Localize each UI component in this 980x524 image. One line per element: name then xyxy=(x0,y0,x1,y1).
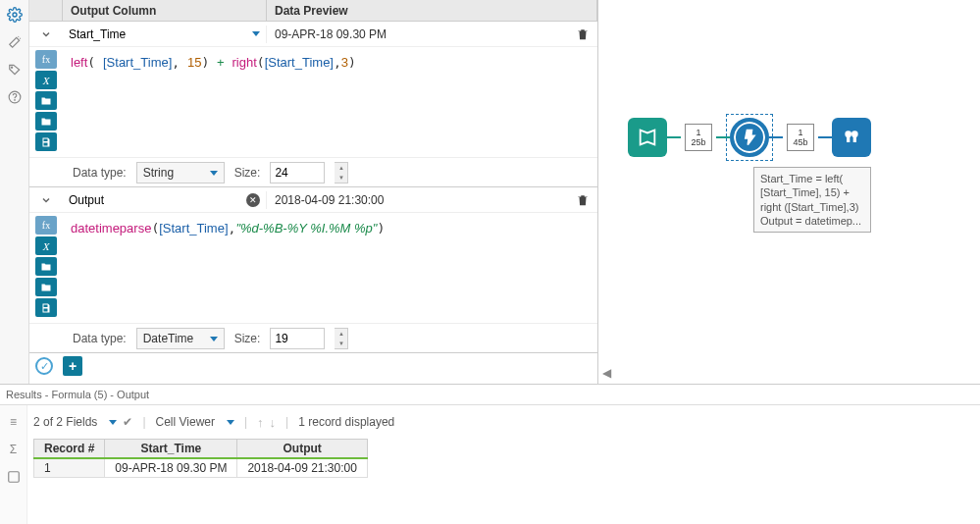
x-variable-button[interactable]: X xyxy=(35,71,57,89)
data-type-dropdown[interactable]: DateTime xyxy=(136,328,225,349)
folder2-button[interactable] xyxy=(35,112,57,131)
results-panel: Results - Formula (5) - Output ≡ Σ 2 of … xyxy=(0,385,980,524)
results-sidebar: ≡ Σ xyxy=(0,405,27,524)
collapse-chevron-icon[interactable] xyxy=(29,28,63,40)
header-data-preview: Data Preview xyxy=(267,0,597,21)
data-preview-value: 09-APR-18 09.30 PM xyxy=(275,27,387,41)
scroll-left-chevron[interactable]: ◀ xyxy=(602,366,611,380)
svg-rect-7 xyxy=(853,135,856,142)
folder-button[interactable] xyxy=(35,91,57,110)
output-column-input[interactable] xyxy=(69,191,242,209)
folder2-button[interactable] xyxy=(35,278,57,296)
results-toolbar: 2 of 2 Fields ✔ | Cell Viewer | ↑ ↓ | 1 … xyxy=(33,411,974,433)
results-column-header[interactable]: Start_Time xyxy=(105,440,237,459)
selection-indicator xyxy=(726,114,773,161)
delete-expression-icon[interactable] xyxy=(576,27,590,41)
size-spinner[interactable]: ▲▼ xyxy=(335,162,348,183)
size-label: Size: xyxy=(234,332,261,345)
tag-icon[interactable] xyxy=(6,61,24,79)
formula-tooltip: Start_Time = left( [Start_Time], 15) + r… xyxy=(753,167,871,233)
collapse-chevron-icon[interactable] xyxy=(29,194,63,206)
config-footer: ✓ + xyxy=(29,353,597,379)
workflow-canvas[interactable]: 1 25b 1 45b Start_Time = left( [St xyxy=(598,0,980,384)
gear-icon[interactable] xyxy=(6,6,24,24)
cell-viewer-dropdown-arrow[interactable] xyxy=(227,420,234,425)
svg-rect-6 xyxy=(847,135,850,142)
results-column-header[interactable]: Record # xyxy=(34,440,105,459)
results-sigma-icon[interactable]: Σ xyxy=(5,441,23,458)
expression-editor[interactable]: left( [Start_Time], 15) + right([Start_T… xyxy=(63,47,597,157)
next-record-button[interactable]: ↓ xyxy=(270,415,277,430)
output-column-input[interactable] xyxy=(69,26,246,43)
results-column-header[interactable]: Output xyxy=(237,440,367,459)
formula-config-panel: Output Column Data Preview 09-APR-18 09.… xyxy=(29,0,598,384)
header-output-column: Output Column xyxy=(63,0,267,21)
input-tool-node[interactable] xyxy=(628,118,667,157)
connection-anchor-1[interactable]: 1 25b xyxy=(685,124,712,151)
fx-button[interactable]: fx xyxy=(35,50,57,69)
save-button[interactable] xyxy=(35,298,57,317)
help-icon[interactable] xyxy=(6,88,24,106)
size-spinner[interactable]: ▲▼ xyxy=(335,328,348,349)
svg-point-1 xyxy=(11,67,12,68)
connection-anchor-2[interactable]: 1 45b xyxy=(787,124,814,151)
formula-tool-node[interactable] xyxy=(730,118,769,157)
output-column-dropdown-arrow[interactable] xyxy=(252,31,260,36)
data-type-label: Data type: xyxy=(73,332,127,345)
table-row[interactable]: 109-APR-18 09.30 PM2018-04-09 21:30:00 xyxy=(34,458,368,478)
data-type-label: Data type: xyxy=(73,166,127,180)
svg-point-3 xyxy=(14,100,15,101)
size-input[interactable] xyxy=(270,328,325,349)
validate-icon[interactable]: ✓ xyxy=(35,357,53,375)
svg-point-0 xyxy=(13,13,17,17)
expression-block: 09-APR-18 09.30 PMfxXleft( [Start_Time],… xyxy=(29,22,597,187)
expression-editor[interactable]: datetimeparse([Start_Time],"%d-%B-%Y %I.… xyxy=(63,213,597,323)
records-count: 1 record displayed xyxy=(298,415,394,429)
config-header-row: Output Column Data Preview xyxy=(29,0,597,22)
left-sidebar xyxy=(0,0,29,384)
results-menu-icon[interactable]: ≡ xyxy=(5,413,23,431)
fields-dropdown-arrow[interactable] xyxy=(109,420,117,425)
prev-record-button[interactable]: ↑ xyxy=(257,415,264,430)
results-detail-icon[interactable] xyxy=(5,468,23,486)
fields-count[interactable]: 2 of 2 Fields xyxy=(33,415,97,429)
results-title: Results - Formula (5) - Output xyxy=(0,385,980,405)
size-label: Size: xyxy=(234,166,261,180)
wand-icon[interactable] xyxy=(6,33,24,51)
x-variable-button[interactable]: X xyxy=(35,236,57,255)
results-table: Record #Start_TimeOutput 109-APR-18 09.3… xyxy=(33,439,368,478)
svg-rect-8 xyxy=(8,472,19,483)
clear-column-icon[interactable]: ✕ xyxy=(246,193,260,207)
delete-expression-icon[interactable] xyxy=(576,193,590,207)
size-input[interactable] xyxy=(270,162,325,183)
folder-button[interactable] xyxy=(35,257,57,276)
data-type-dropdown[interactable]: String xyxy=(136,162,225,183)
fx-button[interactable]: fx xyxy=(35,216,57,235)
data-preview-value: 2018-04-09 21:30:00 xyxy=(275,193,384,207)
add-expression-button[interactable]: + xyxy=(63,356,82,376)
cell-viewer-button[interactable]: Cell Viewer xyxy=(156,415,215,429)
browse-tool-node[interactable] xyxy=(832,118,871,157)
expression-block: ✕2018-04-09 21:30:00fxXdatetimeparse([St… xyxy=(29,187,597,353)
save-button[interactable] xyxy=(35,132,57,151)
